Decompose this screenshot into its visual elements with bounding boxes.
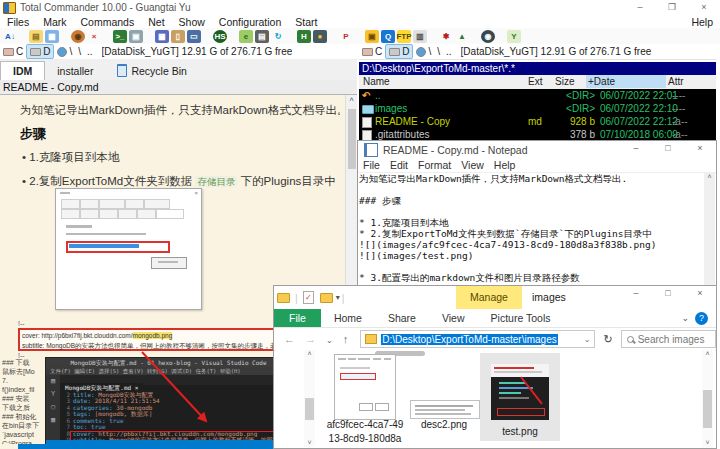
ribbon-tab-picture-tools[interactable]: Picture Tools (478, 309, 564, 327)
scroll-thumb[interactable] (348, 109, 356, 169)
tc-menu-mark[interactable]: Mark (36, 16, 73, 28)
edit-image-icon[interactable]: e (239, 30, 253, 43)
parent-dir-button[interactable]: .. (443, 45, 455, 58)
up-icon[interactable]: ↑ (338, 333, 354, 345)
table-row[interactable]: images06/07/2022 22:10----<DIR> (359, 102, 716, 115)
ribbon-tab-share[interactable]: Share (375, 309, 429, 327)
notepad-menu-view[interactable]: View (456, 159, 489, 172)
file-thumbnail-desc2[interactable] (410, 400, 480, 419)
tab-idm[interactable]: IDM (0, 61, 45, 80)
qat-customize-icon[interactable]: ▾ (336, 293, 340, 302)
hedit-icon[interactable]: H (297, 30, 311, 43)
col-name[interactable]: Name (363, 75, 390, 88)
tab-recycle-bin[interactable]: Recycle Bin (105, 61, 198, 80)
table-row[interactable]: README - Copymd06/07/2022 22:12-a--928 b (359, 115, 716, 128)
tree-icon[interactable]: Y (507, 30, 521, 43)
col-size[interactable]: Size (555, 75, 574, 88)
network-icon[interactable]: ▣ (129, 30, 143, 43)
qat-newfolder-icon[interactable] (320, 293, 333, 303)
search-box[interactable]: Search images (621, 330, 716, 348)
paint-splat-icon[interactable]: ✱ (439, 30, 453, 43)
p-red-icon[interactable]: P (339, 30, 353, 43)
help-icon[interactable]: ? (695, 312, 708, 325)
book-icon[interactable]: ▥ (413, 30, 427, 43)
scroll-up-icon[interactable]: ˄ (346, 95, 357, 104)
tab-installer[interactable]: installer (45, 62, 105, 80)
tc-menu-start[interactable]: Start (288, 16, 324, 28)
maximize-button[interactable]: □ (652, 141, 684, 159)
qat-properties-icon[interactable]: ✓ (303, 291, 314, 304)
tc-menu-show[interactable]: Show (172, 16, 212, 28)
scroll-thumb[interactable] (305, 398, 314, 420)
tc-menu-net[interactable]: Net (141, 16, 171, 28)
root-button-2[interactable]: \ (434, 45, 443, 58)
close-button[interactable]: × (688, 0, 720, 15)
tc-menu-commands[interactable]: Commands (74, 16, 142, 28)
root-button[interactable]: \ (413, 45, 434, 58)
ftp-icon[interactable]: FTP (397, 30, 411, 43)
close-button[interactable]: × (684, 141, 716, 159)
col-ext[interactable]: Ext (528, 75, 542, 88)
triangle-icon[interactable]: ▲ (455, 30, 469, 43)
file-tile-test-selected[interactable]: test.png (480, 353, 560, 441)
drive-button-d[interactable]: D (385, 44, 413, 59)
recent-dropdown-icon[interactable]: ⌄ (321, 336, 338, 345)
copy-folder-icon[interactable]: ▤ (29, 30, 43, 43)
minimize-button[interactable]: – (624, 0, 656, 15)
scroll-down-icon[interactable]: ˅ (702, 439, 713, 446)
root-button-2[interactable]: \ (75, 45, 84, 58)
sort-az-icon[interactable]: A↓ (3, 30, 17, 43)
ribbon-tab-home[interactable]: Home (321, 309, 375, 327)
ribbon-tab-view[interactable]: View (429, 309, 478, 327)
filearea-scrollbar[interactable]: ˄ ˅ (702, 350, 713, 447)
view-panels-icon[interactable]: ▦ (45, 30, 59, 43)
file-label[interactable]: test.png (480, 425, 560, 440)
address-bar[interactable]: D:\Desktop\ExportToMd-master\images ⌄ (360, 330, 595, 348)
scroll-thumb[interactable] (703, 390, 712, 428)
clipboard-icon[interactable]: ▯ (171, 30, 185, 43)
monkey-icon[interactable]: ◉ (71, 30, 85, 43)
image-viewer-icon[interactable]: ▣ (365, 30, 379, 43)
monitor-icon[interactable]: ▭ (187, 30, 201, 43)
drive-copy-icon[interactable]: ▤ (255, 30, 269, 43)
parent-dir-button[interactable]: .. (84, 45, 96, 58)
col-attr[interactable]: Attr (668, 75, 684, 88)
sync-icon[interactable]: ↻ (271, 30, 285, 43)
tc-menu-help[interactable]: Help (684, 16, 720, 28)
terminal-icon[interactable]: >_ (113, 30, 127, 43)
drive-button-c[interactable]: C (359, 45, 385, 58)
search-folders-icon[interactable]: Q (381, 30, 395, 43)
file-label[interactable]: desc2.png (400, 418, 488, 433)
file-label[interactable]: afc9fcec-4ca7-4913-8cd9-180d8a3f838b.png (322, 418, 408, 447)
table-row[interactable]: ↶..06/07/2022 22:01----<DIR> (359, 89, 716, 102)
calculator-icon[interactable]: ▦ (155, 30, 169, 43)
drive-button-d[interactable]: D (26, 44, 54, 59)
drive-button-c[interactable]: C (0, 45, 26, 58)
close-button[interactable]: × (684, 286, 716, 309)
forward-icon[interactable]: → (300, 333, 321, 345)
tc-menu-configuration[interactable]: Configuration (212, 16, 288, 28)
notepad-menu-edit[interactable]: Edit (385, 159, 413, 172)
ribbon-tab-file[interactable]: File (274, 309, 321, 327)
minimize-button[interactable]: – (620, 286, 652, 309)
hs-icon[interactable]: HS (213, 30, 227, 43)
ribbon-collapse-icon[interactable]: ⌄ (681, 313, 689, 323)
minimize-button[interactable]: – (620, 141, 652, 159)
address-dropdown-icon[interactable]: ⌄ (584, 335, 595, 344)
opera-icon[interactable]: ◉ (481, 30, 495, 43)
scroll-up-icon[interactable]: ˄ (304, 350, 315, 357)
notepad-menu-help[interactable]: Help (489, 159, 521, 172)
tc-menu-files[interactable]: Files (0, 16, 36, 28)
lock-icon[interactable]: ● (313, 30, 327, 43)
delete-icon[interactable]: × (87, 30, 101, 43)
back-icon[interactable]: ← (279, 333, 300, 345)
notepad-menu-file[interactable]: File (358, 159, 385, 172)
maximize-button[interactable]: ❐ (656, 0, 688, 15)
refresh-icon[interactable]: ↻ (595, 333, 620, 346)
navpane-scrollbar[interactable]: ˄ ˅ (304, 350, 315, 447)
address-path[interactable]: D:\Desktop\ExportToMd-master\images (381, 334, 558, 345)
col-date[interactable]: +Date (586, 75, 666, 88)
scroll-up-icon[interactable]: ˄ (704, 173, 715, 180)
explorer-manage-label[interactable]: Manage (456, 286, 522, 309)
scroll-down-icon[interactable]: ˅ (304, 439, 315, 446)
